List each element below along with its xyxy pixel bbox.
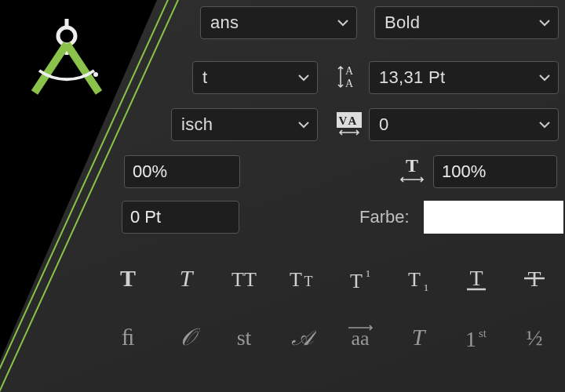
ordinals-button[interactable]: 1 st [459, 320, 494, 354]
type-style-row: T T TT T T T 1 T [111, 262, 552, 296]
leading-dropdown[interactable]: 13,31 Pt [369, 61, 559, 94]
smallcaps-button[interactable]: T T [285, 262, 319, 296]
font-family-dropdown[interactable]: ans [200, 6, 357, 39]
chevron-down-icon [297, 120, 311, 129]
color-label: Farbe: [359, 207, 410, 227]
svg-text:T: T [406, 155, 418, 176]
font-size-dropdown[interactable]: t [192, 61, 318, 94]
svg-point-29 [58, 27, 75, 45]
tracking-value: 0 [379, 114, 389, 135]
svg-text:T: T [469, 266, 483, 290]
font-weight-dropdown[interactable]: Bold [374, 6, 559, 39]
horizontal-scale-icon: T [396, 154, 428, 185]
opentype-row: ﬁ 𝒪 st 𝒜 aa T 1 [111, 320, 552, 354]
discretionary-ligatures-button[interactable]: st [227, 320, 261, 354]
color-swatch[interactable] [424, 201, 563, 234]
svg-text:1: 1 [424, 281, 429, 292]
svg-text:st: st [237, 325, 252, 350]
svg-text:TT: TT [231, 268, 257, 291]
font-size-value: t [202, 67, 207, 88]
svg-text:T: T [180, 266, 195, 291]
horizontal-scale-value: 100% [442, 162, 486, 182]
kerning-dropdown[interactable]: isch [171, 108, 318, 141]
baseline-shift-value: 0 Pt [130, 207, 161, 227]
font-weight-value: Bold [385, 13, 420, 33]
svg-text:V: V [339, 114, 348, 127]
leading-icon: A A [334, 61, 365, 93]
contextual-alternates-button[interactable]: 𝒪 [169, 320, 203, 354]
vertical-scale-value: 00% [133, 162, 167, 182]
tracking-icon: V A [334, 108, 365, 140]
svg-text:½: ½ [527, 325, 543, 350]
baseline-shift-input[interactable]: 0 Pt [122, 201, 239, 234]
chevron-down-icon [538, 120, 552, 129]
subscript-button[interactable]: T 1 [401, 262, 436, 296]
svg-text:T: T [350, 270, 363, 292]
svg-text:st: st [479, 327, 487, 339]
compass-logo-icon [24, 16, 110, 105]
svg-point-32 [93, 72, 98, 77]
svg-text:ﬁ: ﬁ [122, 324, 135, 350]
horizontal-scale-input[interactable]: 100% [433, 155, 557, 188]
chevron-down-icon [297, 73, 311, 82]
svg-text:𝒪: 𝒪 [180, 324, 201, 350]
svg-text:T: T [408, 268, 421, 291]
stylistic-alternates-button[interactable]: aa [343, 320, 377, 354]
svg-text:aa: aa [351, 327, 370, 350]
titling-alternates-button[interactable]: T [401, 320, 436, 354]
tracking-dropdown[interactable]: 0 [369, 108, 559, 141]
svg-text:T: T [290, 268, 302, 291]
font-family-value: ans [210, 13, 239, 33]
standard-ligatures-button[interactable]: ﬁ [111, 320, 145, 354]
svg-text:𝒜: 𝒜 [291, 324, 316, 350]
fractions-button[interactable]: ½ [517, 320, 552, 354]
leading-value: 13,31 Pt [379, 67, 445, 88]
strikethrough-button[interactable]: T [517, 262, 552, 296]
underline-button[interactable]: T [459, 262, 494, 296]
bold-button[interactable]: T [111, 262, 145, 296]
italic-button[interactable]: T [169, 262, 203, 296]
svg-text:T: T [412, 324, 427, 350]
chevron-down-icon [538, 18, 552, 27]
svg-text:A: A [348, 114, 357, 127]
typography-panel-screenshot: ans Bold t A A 13,31 Pt isch [0, 0, 565, 392]
svg-text:A: A [345, 78, 354, 89]
svg-text:T: T [120, 266, 136, 291]
allcaps-button[interactable]: TT [227, 262, 261, 296]
chevron-down-icon [336, 18, 350, 27]
svg-text:A: A [345, 65, 354, 77]
svg-text:T: T [304, 274, 313, 289]
superscript-button[interactable]: T 1 [343, 262, 377, 296]
swash-button[interactable]: 𝒜 [285, 320, 319, 354]
vertical-scale-input[interactable]: 00% [124, 155, 240, 188]
svg-text:1: 1 [366, 267, 371, 279]
svg-text:1: 1 [465, 327, 476, 351]
kerning-value: isch [181, 114, 213, 135]
chevron-down-icon [538, 73, 552, 82]
